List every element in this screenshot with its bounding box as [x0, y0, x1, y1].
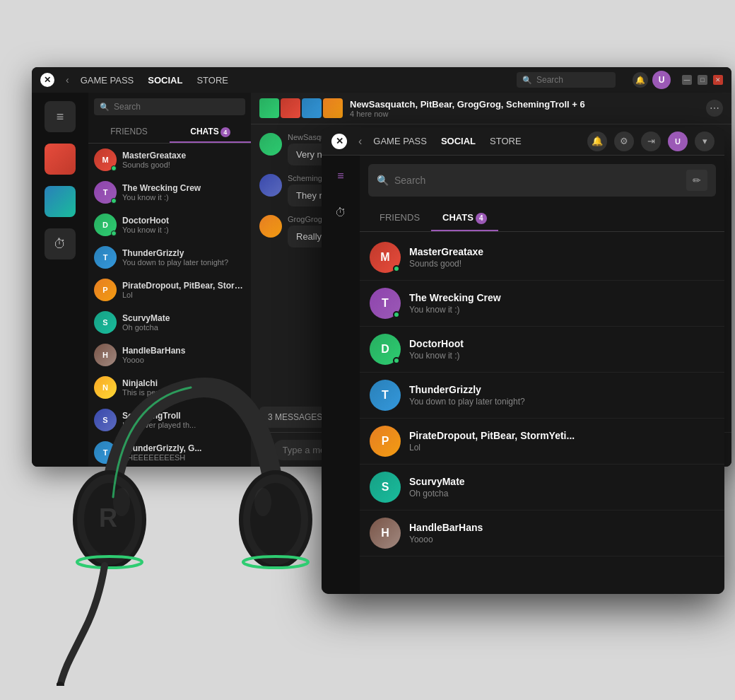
nav-social-back[interactable]: SOCIAL: [148, 75, 182, 86]
add-icon-back[interactable]: +: [259, 443, 267, 457]
search-field-panel-back[interactable]: [114, 102, 240, 112]
compose-icon-front[interactable]: ✏: [686, 170, 707, 191]
front-chat-msg-5: Oh gotcha: [409, 489, 715, 498]
online-indicator: [111, 198, 117, 204]
chat-item-back-6[interactable]: HHandleBarHansYoooo: [88, 339, 251, 371]
search-icon-panel-back: 🔍: [100, 103, 110, 112]
front-chat-name-1: The Wrecking Crew: [409, 292, 715, 303]
chat-item-back-0[interactable]: MMasterGreataxeSounds good!: [88, 144, 251, 176]
svg-point-5: [239, 470, 312, 569]
chat-msg-back-3: You down to play later tonight?: [122, 258, 245, 267]
settings-icon-front[interactable]: ⚙: [614, 132, 634, 151]
nav-gamepass-back[interactable]: GAME PASS: [81, 75, 134, 86]
front-chat-item-4[interactable]: PPirateDropout, PitBear, StormYeti...Lol: [360, 419, 724, 465]
front-panel: 🔍 ✏ FRIENDS CHATS4 MMasterGreataxeSounds…: [360, 156, 724, 594]
game-thumb-1-back[interactable]: [45, 144, 76, 175]
chat-msg-back-9: SHEEEEEEEESH: [122, 453, 245, 462]
search-input-back[interactable]: [536, 75, 610, 85]
minimize-btn-back[interactable]: —: [682, 75, 692, 85]
svg-point-9: [57, 682, 64, 686]
recent-icon-back[interactable]: ⏱: [45, 228, 76, 259]
bell-icon-front[interactable]: 🔔: [587, 132, 607, 151]
chat-msg-back-4: Lol: [122, 291, 245, 299]
notification-icon-back[interactable]: 🔔: [633, 72, 648, 88]
msg-avatar-1-back: [259, 133, 282, 156]
front-tabs: FRIENDS CHATS4: [360, 205, 724, 232]
library-icon-front[interactable]: ≡: [327, 163, 354, 189]
search-box-back[interactable]: 🔍: [517, 72, 616, 88]
close-btn-back[interactable]: ✕: [713, 75, 723, 85]
svg-point-0: [73, 470, 146, 569]
svg-point-6: [243, 474, 308, 565]
library-icon-back[interactable]: ≡: [45, 101, 76, 132]
search-input-panel-back[interactable]: 🔍: [94, 98, 245, 115]
nav-back-btn-front[interactable]: ‹: [358, 135, 362, 148]
chat-item-back-3[interactable]: TThunderGrizzlyYou down to play later to…: [88, 241, 251, 274]
nav-social-front[interactable]: SOCIAL: [441, 136, 476, 146]
panel-tabs-back: FRIENDS CHATS4: [88, 121, 251, 144]
chat-list-back: MMasterGreataxeSounds good!TThe Wrecking…: [88, 144, 251, 467]
front-chat-name-5: ScurvyMate: [409, 476, 715, 487]
front-online-indicator-0: [393, 265, 400, 272]
front-chat-name-2: DoctorHoot: [409, 338, 715, 349]
signout-icon-front[interactable]: ⇥: [641, 132, 661, 151]
chat-item-back-9[interactable]: TThunderGrizzly, G...SHEEEEEEEESH: [88, 436, 251, 467]
user-avatar-back[interactable]: U: [652, 71, 671, 89]
chat-item-back-1[interactable]: TThe Wrecking CrewYou know it :): [88, 176, 251, 209]
back-titlebar: ✕ ‹ GAME PASS SOCIAL STORE 🔍 🔔 U — □ ✕: [32, 67, 731, 93]
front-chat-item-6[interactable]: HHandleBarHansYoooo: [360, 511, 724, 556]
nav-store-front[interactable]: STORE: [490, 136, 522, 146]
front-chat-name-0: MasterGreataxe: [409, 246, 715, 257]
chat-item-back-5[interactable]: SScurvyMateOh gotcha: [88, 306, 251, 339]
more-options-back[interactable]: ⋯: [706, 100, 723, 117]
tab-chats-front[interactable]: CHATS4: [431, 205, 498, 231]
msg-avatar-3-back: [259, 215, 282, 238]
chat-msg-back-7: This is perfect: [122, 388, 245, 397]
chat-name-back-3: ThunderGrizzly: [122, 248, 245, 258]
nav-store-back[interactable]: STORE: [196, 75, 228, 86]
search-icon-front: 🔍: [377, 175, 389, 186]
chat-name-back-8: SchemingTroll: [122, 411, 245, 421]
user-avatar-front[interactable]: U: [668, 132, 688, 151]
front-online-indicator-1: [393, 311, 400, 318]
chat-item-back-4[interactable]: PPirateDropout, PitBear, StormYeti...Lol: [88, 274, 251, 306]
notification-text-back: 3 MESSAGES: [268, 412, 322, 422]
front-titlebar: ✕ ‹ GAME PASS SOCIAL STORE 🔔 ⚙ ⇥ U ▾: [322, 127, 724, 156]
chat-name-back-1: The Wrecking Crew: [122, 183, 245, 193]
front-online-indicator-2: [393, 357, 400, 364]
search-input-front[interactable]: [394, 175, 681, 186]
nav-gamepass-front[interactable]: GAME PASS: [373, 136, 427, 146]
svg-point-4: [77, 556, 142, 568]
front-chat-name-6: HandleBarHans: [409, 522, 715, 533]
maximize-btn-back[interactable]: □: [698, 75, 707, 85]
expand-icon-front[interactable]: ▾: [695, 132, 715, 151]
front-chat-list: MMasterGreataxeSounds good!TThe Wrecking…: [360, 235, 724, 594]
online-indicator: [111, 231, 117, 236]
front-chat-name-3: ThunderGrizzly: [409, 384, 715, 395]
front-chat-item-0[interactable]: MMasterGreataxeSounds good!: [360, 235, 724, 281]
front-chat-item-5[interactable]: SScurvyMateOh gotcha: [360, 465, 724, 511]
front-chat-item-1[interactable]: TThe Wrecking CrewYou know it :): [360, 281, 724, 327]
chat-item-back-7[interactable]: NNinjalchiThis is perfect: [88, 371, 251, 404]
chat-msg-back-0: Sounds good!: [122, 161, 245, 169]
tab-friends-back[interactable]: FRIENDS: [88, 121, 170, 143]
tab-chats-back[interactable]: CHATS4: [170, 121, 251, 143]
chat-item-back-8[interactable]: SSchemingTrollI've never played th...: [88, 404, 251, 436]
online-indicator: [111, 165, 117, 171]
front-chat-item-3[interactable]: TThunderGrizzlyYou down to play later to…: [360, 373, 724, 419]
game-thumb-2-back[interactable]: [45, 186, 76, 217]
front-toolbar: 🔔 ⚙ ⇥ U ▾: [587, 132, 715, 151]
front-chat-item-2[interactable]: DDoctorHootYou know it :): [360, 327, 724, 373]
front-window: ✕ ‹ GAME PASS SOCIAL STORE 🔔 ⚙ ⇥ U ▾ ≡ ⏱: [322, 127, 724, 594]
svg-point-8: [243, 556, 308, 568]
chat-sub-back: 4 here now: [350, 110, 700, 118]
msg-avatar-2-back: [259, 174, 282, 197]
svg-point-7: [250, 483, 301, 556]
panel-back: 🔍 FRIENDS CHATS4 MMasterGreataxeSounds g…: [88, 93, 251, 467]
tab-friends-front[interactable]: FRIENDS: [368, 205, 431, 231]
nav-back-btn-back[interactable]: ‹: [66, 74, 69, 86]
front-chat-msg-2: You know it :): [409, 351, 715, 361]
chat-item-back-2[interactable]: DDoctorHootYou know it :): [88, 209, 251, 241]
recent-icon-front[interactable]: ⏱: [327, 199, 354, 226]
chat-header-info-back: NewSasquatch, PitBear, GrogGrog, Schemin…: [350, 99, 700, 118]
